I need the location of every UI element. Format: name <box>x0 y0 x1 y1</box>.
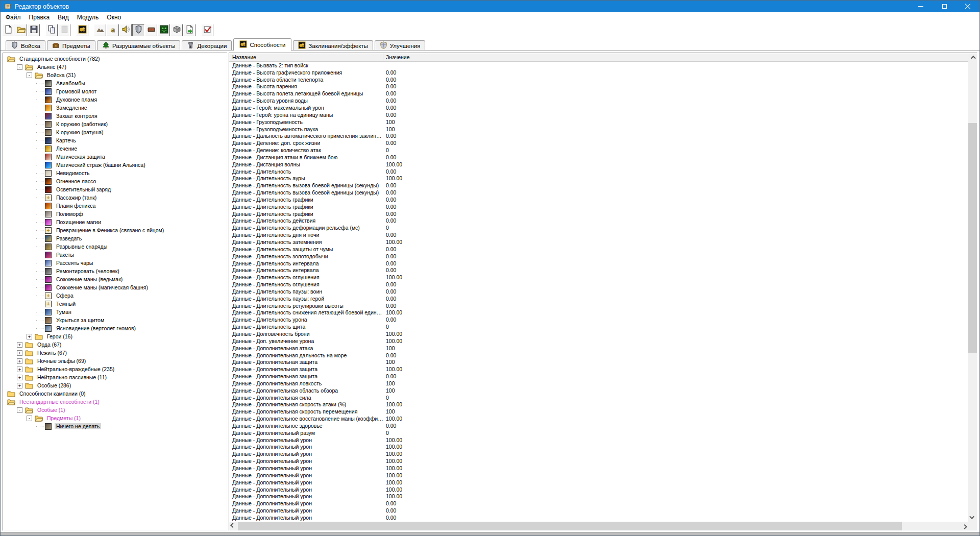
orc-module-button[interactable] <box>158 24 170 36</box>
tree-item[interactable]: Авиабомбы <box>3 79 227 87</box>
property-row[interactable]: Данные - Длительность регулировки высоты… <box>229 302 968 309</box>
tree-item[interactable]: Сожжение маны (ведьмак) <box>3 275 227 283</box>
property-row[interactable]: Данные - Длительность графики0.00 <box>229 210 968 217</box>
tree-item[interactable]: Рассеять чары <box>3 259 227 267</box>
property-row[interactable]: Данные - Длительность оглушения0.00 <box>229 281 968 288</box>
property-row[interactable]: Данные - Длительность урона0.00 <box>229 316 968 323</box>
property-row[interactable]: Данные - Долговечность брони100.00 <box>229 330 968 337</box>
property-row[interactable]: Данные - Дополнительная ловкость100 <box>229 380 968 387</box>
property-row[interactable]: Данные - Дополнительный урон100.00 <box>229 465 968 472</box>
tree-item[interactable]: +Нежить (67) <box>3 349 227 357</box>
tree-item[interactable]: Похищение магии <box>3 218 227 226</box>
tree-item[interactable]: +Ночные эльфы (69) <box>3 357 227 365</box>
property-row[interactable]: Данные - Дополнительный урон100.00 <box>229 436 968 444</box>
horizontal-scrollbar[interactable] <box>229 522 968 530</box>
column-header-name[interactable]: Название <box>229 53 383 61</box>
tree-item[interactable]: Разрывные снаряды <box>3 242 227 251</box>
save-button[interactable] <box>28 24 40 36</box>
property-row[interactable]: Данные - Длительность затемнения100.00 <box>229 238 968 246</box>
property-row[interactable]: Данные - Длительность вызова боевой един… <box>229 189 968 196</box>
tree-item[interactable]: Туман <box>3 308 227 316</box>
new-button[interactable] <box>2 24 14 36</box>
property-row[interactable]: Данные - Дополнительная дальность на мор… <box>229 352 968 359</box>
property-row[interactable]: Данные - Длительность графики0.00 <box>229 196 968 203</box>
tree-item[interactable]: Укрыться за щитом <box>3 316 227 324</box>
property-row[interactable]: Данные - Дополнительный урон100.00 <box>229 457 968 465</box>
property-row[interactable]: Данные - Высота парения0.00 <box>229 83 968 90</box>
property-row[interactable]: Данные - Дополнительная защита100.00 <box>229 366 968 373</box>
property-row[interactable]: Данные - Длительность ауры100.00 <box>229 175 968 182</box>
tree-item[interactable]: Магический страж (башни Альянса) <box>3 161 227 169</box>
tree-item[interactable]: +Превращение в Феникса (связано с яйцом) <box>3 226 227 234</box>
property-row[interactable]: Данные - Вызвать 2: тип войск <box>229 62 968 69</box>
unit-editor-button[interactable] <box>132 24 144 36</box>
tab-units[interactable]: Войска <box>6 40 45 51</box>
property-row[interactable]: Данные - Дополнительный урон100.00 <box>229 486 968 493</box>
tree-item[interactable]: Невидимость <box>3 169 227 177</box>
import-manager-button[interactable] <box>183 24 195 36</box>
expand-expander-icon[interactable]: + <box>17 358 22 364</box>
tab-doodads[interactable]: Декорации <box>182 40 232 51</box>
tree-item[interactable]: Полиморф <box>3 210 227 218</box>
column-header-value[interactable]: Значение <box>383 53 968 61</box>
property-row[interactable]: Данные - Высота полета летающей боевой е… <box>229 90 968 97</box>
property-row[interactable]: Данные - Деление: доп. срок жизни0.00 <box>229 139 968 147</box>
tree-item[interactable]: К оружию (работник) <box>3 120 227 128</box>
tree-item[interactable]: Осветительный заряд <box>3 185 227 193</box>
item-editor-button[interactable] <box>145 24 157 36</box>
tab-destructibles[interactable]: Разрушаемые объекты <box>97 40 181 51</box>
property-row[interactable]: Данные - Длительность дня и ночи0.00 <box>229 231 968 238</box>
property-row[interactable]: Данные - Длительность щита0 <box>229 323 968 330</box>
expand-expander-icon[interactable]: + <box>17 350 22 356</box>
property-row[interactable]: Данные - Дополнительный разум0 <box>229 429 968 436</box>
property-row[interactable]: Данные - Дополнительная атака100 <box>229 345 968 352</box>
expand-expander-icon[interactable]: + <box>17 342 22 348</box>
property-row[interactable]: Данные - Длительность паузы: герой0.00 <box>229 295 968 302</box>
property-row[interactable]: Данные - Дистанция волны100.00 <box>229 161 968 168</box>
property-row[interactable]: Данные - Дополнительный урон100.00 <box>229 493 968 500</box>
maximize-button[interactable] <box>933 1 956 12</box>
expand-expander-icon[interactable]: + <box>17 367 22 372</box>
property-row[interactable]: Данные - Длительность снижения летающей … <box>229 309 968 316</box>
collapse-expander-icon[interactable]: - <box>27 72 32 78</box>
tree-item[interactable]: Картечь <box>3 136 227 144</box>
tree-item[interactable]: Стандартные способности (782) <box>3 55 227 63</box>
tree-item[interactable]: Лечение <box>3 144 227 153</box>
tab-upgrades[interactable]: Улучшения <box>375 40 426 51</box>
tree-item[interactable]: Сожжение маны (магическая башня) <box>3 283 227 291</box>
property-row[interactable]: Данные - Дополнительный урон0.00 <box>229 507 968 514</box>
tree-item[interactable]: +Нейтрально-пассивные (11) <box>3 373 227 381</box>
property-row[interactable]: Данные - Дополнительный урон100.00 <box>229 472 968 479</box>
tree-item[interactable]: +Пассажир (танк) <box>3 193 227 202</box>
doodad-editor-button[interactable] <box>170 24 183 36</box>
menu-item-file[interactable]: Файл <box>2 13 25 22</box>
property-row[interactable]: Данные - Длительность оглушения100.00 <box>229 274 968 281</box>
property-row[interactable]: Данные - Грузоподъемность паука100 <box>229 126 968 133</box>
tree-item[interactable]: Разведать <box>3 234 227 242</box>
minimize-button[interactable] <box>909 1 933 12</box>
open-button[interactable] <box>15 24 27 36</box>
tree-item[interactable]: Пламя феникса <box>3 202 227 210</box>
property-row[interactable]: Данные - Дистанция атаки в ближнем бою0.… <box>229 154 968 161</box>
property-row[interactable]: Данные - Длительность интервала0.00 <box>229 266 968 274</box>
expand-expander-icon[interactable]: + <box>17 375 22 380</box>
property-row[interactable]: Данные - Высота области телепорта0.00 <box>229 76 968 83</box>
collapse-expander-icon[interactable]: - <box>27 416 32 421</box>
property-row[interactable]: Данные - Длительность0.00 <box>229 168 968 175</box>
tree-item[interactable]: +Герои (16) <box>3 332 227 340</box>
property-row[interactable]: Данные - Дополнительная сила0 <box>229 394 968 401</box>
copy-button[interactable] <box>45 24 58 36</box>
sound-editor-button[interactable] <box>119 24 132 36</box>
tree-item[interactable]: -Войска (31) <box>3 71 227 79</box>
tree-item[interactable]: Громовой молот <box>3 87 227 95</box>
property-row[interactable]: Данные - Дополнительный урон100.00 <box>229 479 968 486</box>
tree-item[interactable]: -Предметы (1) <box>3 414 227 422</box>
vertical-scroll-thumb[interactable] <box>968 123 977 353</box>
property-row[interactable]: Данные - Дальность автоматического приме… <box>229 132 968 139</box>
tree-item[interactable]: Ничего не делать <box>3 422 227 430</box>
menu-item-view[interactable]: Вид <box>54 13 73 22</box>
property-row[interactable]: Данные - Дополнительный урон0.00 <box>229 514 968 521</box>
scroll-left-button[interactable] <box>229 522 238 530</box>
property-row[interactable]: Данные - Деление: количество атак0 <box>229 147 968 154</box>
trigger-editor-button[interactable]: a <box>107 24 119 36</box>
